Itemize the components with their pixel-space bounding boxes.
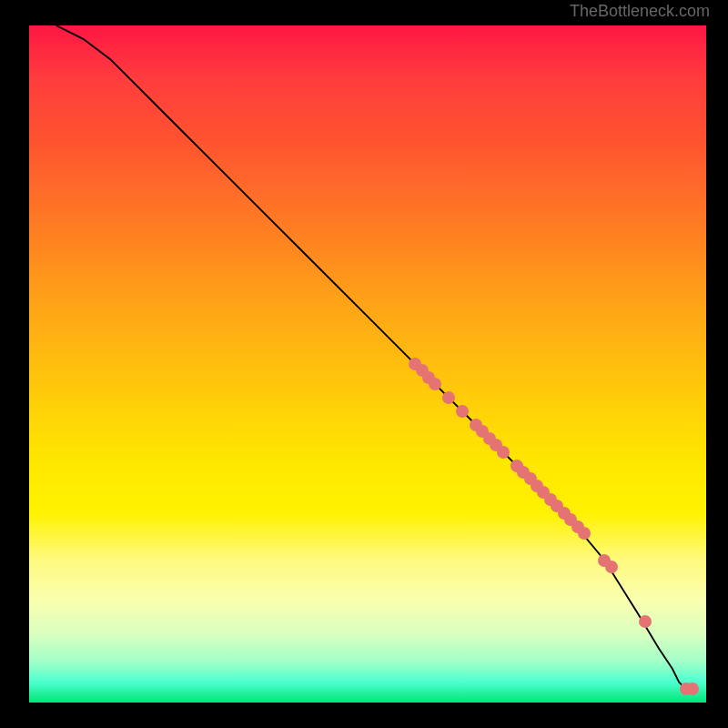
data-point [497, 446, 510, 459]
data-point [578, 527, 591, 540]
data-point [442, 391, 455, 404]
data-point [639, 615, 652, 628]
chart-gradient-background [29, 25, 706, 703]
data-point [456, 405, 469, 418]
data-point [686, 682, 699, 695]
data-point [605, 561, 618, 573]
watermark-text: TheBottleneck.com [570, 2, 710, 21]
data-point [429, 378, 441, 390]
chart-curve [29, 25, 706, 703]
